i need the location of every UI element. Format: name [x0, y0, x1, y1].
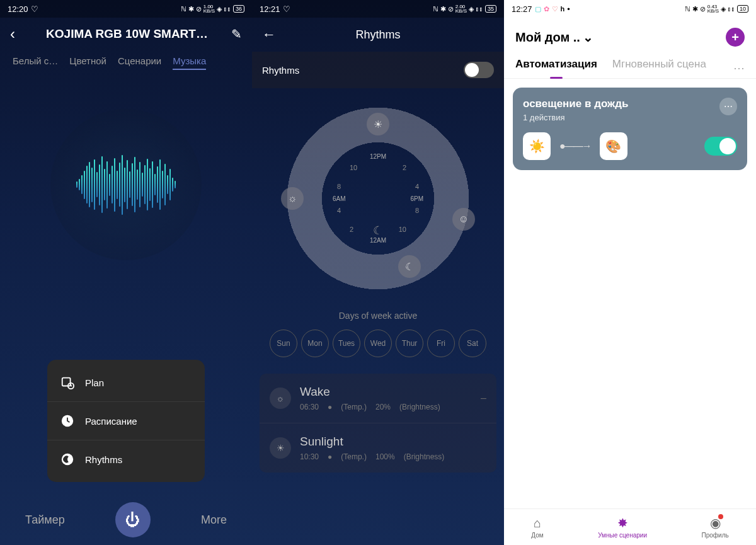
more-button[interactable]: More	[201, 513, 227, 527]
svg-rect-0	[62, 378, 71, 386]
day-wed[interactable]: Wed	[364, 330, 392, 357]
dnd-icon: ⊘	[700, 5, 706, 13]
home-header: Мой дом .. ⌄ +	[504, 18, 756, 52]
home-selector[interactable]: Мой дом .. ⌄	[515, 30, 593, 45]
chevron-down-icon: ⌄	[583, 30, 593, 45]
tab-color[interactable]: Цветной	[69, 55, 106, 70]
sun-icon[interactable]: ☀	[367, 113, 389, 135]
dnd-icon: ⊘	[196, 5, 202, 13]
tab-white[interactable]: Белый с…	[13, 55, 58, 70]
day-mon[interactable]: Mon	[301, 330, 329, 357]
app-icon: h	[561, 5, 565, 13]
tab-scene[interactable]: Сценарии	[118, 55, 161, 70]
plan-icon	[60, 375, 75, 390]
moon-center-icon: ☾	[373, 224, 383, 238]
phase-name: Wake	[300, 385, 481, 399]
day-tue[interactable]: Tues	[333, 330, 360, 357]
device-header: ‹ KOJIMA RGB 10W SMART… ✎	[0, 18, 252, 50]
weather-chip: ☀️	[523, 132, 551, 160]
sunrise-icon: ☼	[270, 387, 291, 409]
nfc-icon: ℕ	[181, 5, 186, 13]
ring-12pm: 12PM	[370, 153, 386, 160]
nav-home[interactable]: ⌂ Дом	[531, 516, 543, 539]
tab-automation[interactable]: Автоматизация	[515, 58, 597, 78]
minus-icon[interactable]: –	[481, 393, 486, 404]
ring-6pm: 6PM	[410, 195, 423, 202]
back-icon[interactable]: ‹	[10, 25, 15, 43]
popup-plan[interactable]: Plan	[47, 364, 205, 401]
card-title: освещение в дождь	[523, 98, 628, 110]
heart-icon: ♡	[552, 5, 558, 13]
popup-rhythms[interactable]: Rhythms	[47, 440, 205, 478]
more-icon[interactable]: ⋯	[733, 61, 745, 75]
scene-tabs: Автоматизация Мгновенный сцена ⋯	[504, 52, 756, 79]
card-menu-icon[interactable]: ⋯	[719, 98, 737, 115]
day-ring[interactable]: 12PM 6PM 12AM 6AM 2 4 8 10 2 4 8 10 ☀ ☼ …	[284, 104, 472, 293]
battery-icon: 35	[485, 5, 496, 13]
dot-icon: •	[567, 4, 570, 14]
app-icon: ▢	[535, 5, 541, 13]
rhythms-toggle-row: Rhythms	[252, 52, 504, 88]
bluetooth-icon: ✱	[440, 5, 446, 13]
phase-wake[interactable]: ☼ Wake 06:30 ● (Temp.) 20% (Brightness) …	[260, 374, 496, 423]
mode-tabs: Белый с… Цветной Сценарии Музыка	[0, 50, 252, 77]
days-row: Sun Mon Tues Wed Thur Fri Sat	[252, 330, 504, 357]
scenes-icon: ✸	[617, 515, 628, 531]
back-icon[interactable]: ←	[262, 26, 276, 43]
home-name: Мой дом ..	[515, 30, 580, 45]
signal-icon: ⫾⫾	[728, 5, 735, 13]
dnd-icon: ⊘	[448, 5, 454, 13]
bluetooth-icon: ✱	[188, 5, 194, 13]
add-button[interactable]: +	[726, 28, 745, 47]
automation-card[interactable]: освещение в дождь 1 действия ⋯ ☀️ ●——→ 🎨	[513, 88, 747, 170]
tab-music[interactable]: Музыка	[173, 55, 206, 70]
status-bar: 12:27 ▢ ✿ ♡ h • ℕ ✱ ⊘ 0.43 KB/S ◈ ⫾⫾ 10	[504, 0, 756, 18]
arrow-icon: ●——→	[559, 141, 591, 152]
rhythms-header: ← Rhythms	[252, 18, 504, 52]
day-sat[interactable]: Sat	[459, 330, 486, 357]
rhythms-toggle[interactable]	[464, 62, 494, 78]
ring-6am: 6AM	[333, 195, 346, 202]
heart-icon: ♡	[283, 4, 290, 14]
bluetooth-icon: ✱	[692, 5, 698, 13]
day-thu[interactable]: Thur	[396, 330, 423, 357]
heart-icon: ♡	[31, 4, 38, 14]
sunrise-icon[interactable]: ☼	[281, 187, 304, 210]
tab-instant[interactable]: Мгновенный сцена	[612, 58, 706, 78]
day-sun[interactable]: Sun	[270, 330, 297, 357]
card-subtitle: 1 действия	[523, 113, 628, 122]
clock-icon	[60, 413, 75, 428]
status-bar: 12:21 ♡ ℕ ✱ ⊘ 2.00 KB/S ◈ ⫾⫾ 35	[252, 0, 504, 18]
status-time: 12:27	[512, 4, 532, 14]
toggle-label: Rhythms	[262, 65, 299, 76]
moon-ring-icon[interactable]: ☾	[398, 255, 421, 278]
phase-sunlight[interactable]: ☀ Sunlight 10:30 ● (Temp.) 100% (Brightn…	[260, 423, 496, 473]
phase-name: Sunlight	[300, 435, 486, 449]
phase-list: ☼ Wake 06:30 ● (Temp.) 20% (Brightness) …	[260, 374, 496, 473]
status-time: 12:21	[260, 4, 280, 14]
nfc-icon: ℕ	[433, 5, 438, 13]
power-button[interactable]: ⏻	[115, 502, 151, 537]
screen-automation: 12:27 ▢ ✿ ♡ h • ℕ ✱ ⊘ 0.43 KB/S ◈ ⫾⫾ 10 …	[504, 0, 756, 545]
days-label: Days of week active	[252, 311, 504, 321]
popup-schedule-label: Расписание	[85, 416, 137, 427]
profile-icon: ◉	[710, 515, 721, 531]
bottom-nav: ⌂ Дом ✸ Умные сценарии ◉ Профиль	[504, 508, 756, 545]
home-icon: ⌂	[534, 516, 541, 531]
wifi-icon: ◈	[217, 5, 222, 13]
edit-icon[interactable]: ✎	[231, 26, 242, 42]
timer-button[interactable]: Таймер	[25, 513, 65, 527]
ring-12am: 12AM	[370, 237, 386, 244]
nav-scenes[interactable]: ✸ Умные сценарии	[598, 515, 647, 539]
signal-icon: ⫾⫾	[476, 5, 483, 13]
popup-rhythms-label: Rhythms	[85, 454, 122, 465]
automation-switch[interactable]	[704, 137, 737, 156]
nav-profile[interactable]: ◉ Профиль	[702, 515, 729, 539]
music-visualizer[interactable]	[50, 109, 202, 260]
popup-schedule[interactable]: Расписание	[47, 401, 205, 440]
screen-device: 12:20 ♡ ℕ ✱ ⊘ 1.00 KB/S ◈ ⫾⫾ 36 ‹ KOJIMA…	[0, 0, 252, 545]
popup-plan-label: Plan	[85, 377, 104, 388]
device-chip: 🎨	[600, 132, 627, 160]
day-fri[interactable]: Fri	[427, 330, 455, 357]
smile-icon[interactable]: ☺	[452, 208, 475, 231]
